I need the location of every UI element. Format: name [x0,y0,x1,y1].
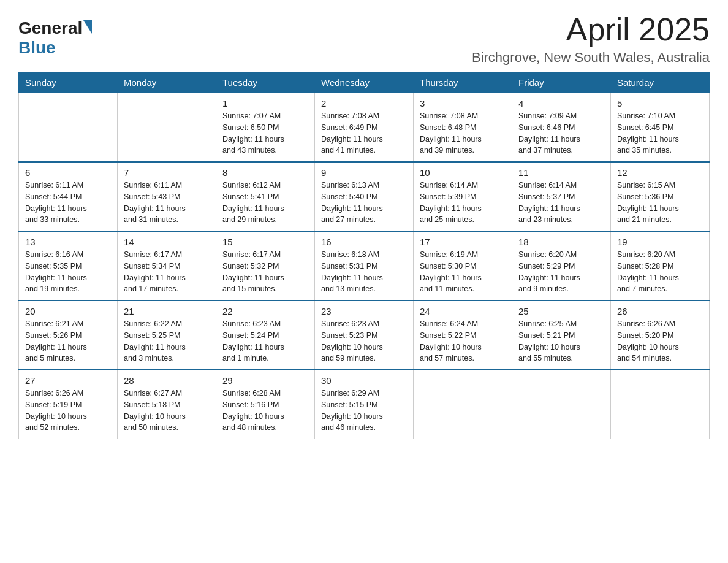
calendar-cell [611,370,710,439]
calendar-cell: 10Sunrise: 6:14 AMSunset: 5:39 PMDayligh… [414,162,512,231]
calendar-cell: 14Sunrise: 6:17 AMSunset: 5:34 PMDayligh… [118,231,216,301]
logo: General Blue [18,18,92,58]
day-of-week-header-wednesday: Wednesday [315,72,414,93]
logo-blue-text: Blue [18,38,56,57]
calendar-cell [19,93,118,163]
day-info: Sunrise: 6:14 AMSunset: 5:39 PMDaylight:… [420,180,506,226]
calendar-cell: 27Sunrise: 6:26 AMSunset: 5:19 PMDayligh… [19,370,118,439]
day-number: 30 [321,375,407,386]
calendar-week-row: 1Sunrise: 7:07 AMSunset: 6:50 PMDaylight… [19,93,710,163]
day-number: 10 [420,167,506,178]
calendar-cell: 28Sunrise: 6:27 AMSunset: 5:18 PMDayligh… [118,370,216,439]
day-info: Sunrise: 7:08 AMSunset: 6:49 PMDaylight:… [321,110,407,156]
day-number: 5 [617,98,703,109]
day-info: Sunrise: 6:17 AMSunset: 5:34 PMDaylight:… [124,249,210,295]
header: General Blue April 2025 Birchgrove, New … [18,12,710,66]
day-number: 25 [518,306,604,316]
calendar-cell: 4Sunrise: 7:09 AMSunset: 6:46 PMDaylight… [512,93,611,163]
day-number: 20 [25,306,111,316]
day-info: Sunrise: 6:12 AMSunset: 5:41 PMDaylight:… [222,180,308,226]
calendar-cell: 24Sunrise: 6:24 AMSunset: 5:22 PMDayligh… [414,301,512,370]
calendar-cell: 20Sunrise: 6:21 AMSunset: 5:26 PMDayligh… [19,301,118,370]
day-info: Sunrise: 6:23 AMSunset: 5:24 PMDaylight:… [222,318,308,364]
day-number: 15 [222,237,308,247]
day-info: Sunrise: 6:26 AMSunset: 5:19 PMDaylight:… [25,388,111,434]
calendar-cell: 11Sunrise: 6:14 AMSunset: 5:37 PMDayligh… [512,162,611,231]
day-info: Sunrise: 6:22 AMSunset: 5:25 PMDaylight:… [124,318,210,364]
day-info: Sunrise: 6:13 AMSunset: 5:40 PMDaylight:… [321,180,407,226]
day-of-week-header-tuesday: Tuesday [216,72,315,93]
logo-general-text: General [18,18,82,38]
location-title: Birchgrove, New South Wales, Australia [472,50,710,66]
day-info: Sunrise: 6:23 AMSunset: 5:23 PMDaylight:… [321,318,407,364]
day-number: 29 [222,375,308,386]
day-info: Sunrise: 6:17 AMSunset: 5:32 PMDaylight:… [222,249,308,295]
day-number: 2 [321,98,407,109]
calendar-cell: 5Sunrise: 7:10 AMSunset: 6:45 PMDaylight… [611,93,710,163]
day-of-week-header-monday: Monday [118,72,216,93]
day-info: Sunrise: 7:08 AMSunset: 6:48 PMDaylight:… [420,110,506,156]
day-number: 24 [420,306,506,316]
calendar-week-row: 20Sunrise: 6:21 AMSunset: 5:26 PMDayligh… [19,301,710,370]
day-info: Sunrise: 6:11 AMSunset: 5:44 PMDaylight:… [25,180,111,226]
day-number: 28 [124,375,210,386]
calendar-cell: 29Sunrise: 6:28 AMSunset: 5:16 PMDayligh… [216,370,315,439]
day-info: Sunrise: 6:18 AMSunset: 5:31 PMDaylight:… [321,249,407,295]
day-number: 16 [321,237,407,247]
month-title: April 2025 [472,12,710,47]
day-number: 17 [420,237,506,247]
calendar-cell: 19Sunrise: 6:20 AMSunset: 5:28 PMDayligh… [611,231,710,301]
day-info: Sunrise: 6:14 AMSunset: 5:37 PMDaylight:… [518,180,604,226]
day-number: 18 [518,237,604,247]
day-number: 26 [617,306,703,316]
calendar-cell: 6Sunrise: 6:11 AMSunset: 5:44 PMDaylight… [19,162,118,231]
day-info: Sunrise: 6:16 AMSunset: 5:35 PMDaylight:… [25,249,111,295]
day-info: Sunrise: 7:10 AMSunset: 6:45 PMDaylight:… [617,110,703,156]
calendar-cell [512,370,611,439]
calendar-cell: 3Sunrise: 7:08 AMSunset: 6:48 PMDaylight… [414,93,512,163]
day-info: Sunrise: 6:26 AMSunset: 5:20 PMDaylight:… [617,318,703,364]
day-info: Sunrise: 6:21 AMSunset: 5:26 PMDaylight:… [25,318,111,364]
calendar-cell [414,370,512,439]
day-number: 8 [222,167,308,178]
day-info: Sunrise: 6:28 AMSunset: 5:16 PMDaylight:… [222,388,308,434]
day-info: Sunrise: 7:07 AMSunset: 6:50 PMDaylight:… [222,110,308,156]
day-info: Sunrise: 6:20 AMSunset: 5:28 PMDaylight:… [617,249,703,295]
day-number: 14 [124,237,210,247]
day-number: 3 [420,98,506,109]
calendar-cell: 30Sunrise: 6:29 AMSunset: 5:15 PMDayligh… [315,370,414,439]
calendar-cell: 9Sunrise: 6:13 AMSunset: 5:40 PMDaylight… [315,162,414,231]
calendar-header-row: SundayMondayTuesdayWednesdayThursdayFrid… [19,72,710,93]
day-number: 6 [25,167,111,178]
day-number: 4 [518,98,604,109]
day-number: 23 [321,306,407,316]
day-number: 9 [321,167,407,178]
day-info: Sunrise: 6:25 AMSunset: 5:21 PMDaylight:… [518,318,604,364]
day-number: 27 [25,375,111,386]
day-number: 12 [617,167,703,178]
day-number: 13 [25,237,111,247]
day-of-week-header-sunday: Sunday [19,72,118,93]
day-of-week-header-friday: Friday [512,72,611,93]
day-number: 22 [222,306,308,316]
title-area: April 2025 Birchgrove, New South Wales, … [472,12,710,66]
calendar-cell: 25Sunrise: 6:25 AMSunset: 5:21 PMDayligh… [512,301,611,370]
day-number: 11 [518,167,604,178]
calendar-cell: 23Sunrise: 6:23 AMSunset: 5:23 PMDayligh… [315,301,414,370]
calendar-cell: 26Sunrise: 6:26 AMSunset: 5:20 PMDayligh… [611,301,710,370]
day-info: Sunrise: 7:09 AMSunset: 6:46 PMDaylight:… [518,110,604,156]
day-number: 1 [222,98,308,109]
calendar-cell: 1Sunrise: 7:07 AMSunset: 6:50 PMDaylight… [216,93,315,163]
day-info: Sunrise: 6:29 AMSunset: 5:15 PMDaylight:… [321,388,407,434]
day-number: 7 [124,167,210,178]
calendar-cell: 7Sunrise: 6:11 AMSunset: 5:43 PMDaylight… [118,162,216,231]
day-info: Sunrise: 6:19 AMSunset: 5:30 PMDaylight:… [420,249,506,295]
day-info: Sunrise: 6:20 AMSunset: 5:29 PMDaylight:… [518,249,604,295]
calendar-week-row: 13Sunrise: 6:16 AMSunset: 5:35 PMDayligh… [19,231,710,301]
day-info: Sunrise: 6:11 AMSunset: 5:43 PMDaylight:… [124,180,210,226]
calendar-cell: 16Sunrise: 6:18 AMSunset: 5:31 PMDayligh… [315,231,414,301]
calendar-cell: 17Sunrise: 6:19 AMSunset: 5:30 PMDayligh… [414,231,512,301]
calendar-week-row: 27Sunrise: 6:26 AMSunset: 5:19 PMDayligh… [19,370,710,439]
day-of-week-header-saturday: Saturday [611,72,710,93]
calendar-cell: 22Sunrise: 6:23 AMSunset: 5:24 PMDayligh… [216,301,315,370]
